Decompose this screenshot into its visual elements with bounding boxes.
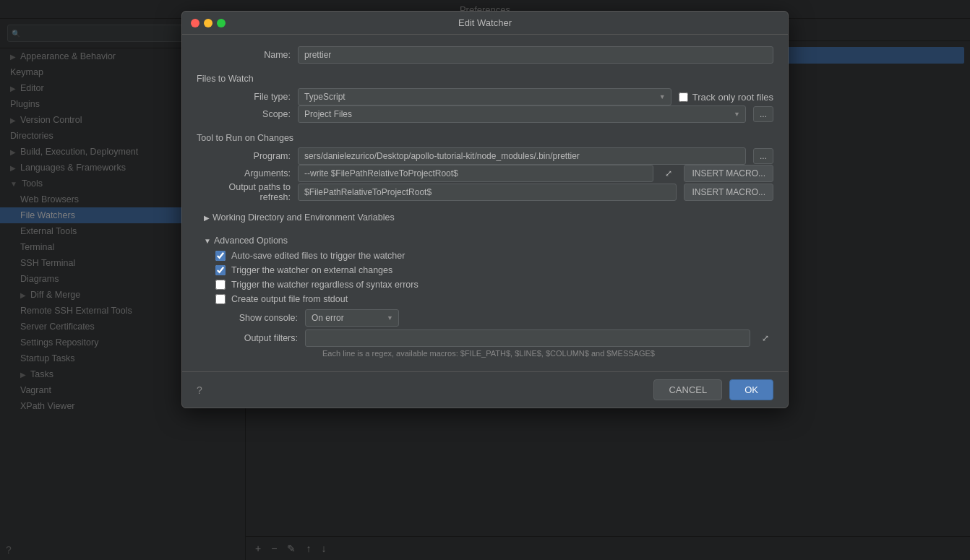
trigger-syntax-checkbox[interactable] bbox=[215, 280, 226, 290]
footer-buttons: CANCEL OK bbox=[653, 379, 773, 400]
program-row: Program: ... bbox=[197, 147, 773, 165]
output-paths-input[interactable] bbox=[298, 184, 677, 201]
output-filters-expand-button[interactable]: ⤢ bbox=[757, 331, 773, 345]
file-type-label: File type: bbox=[197, 92, 291, 102]
working-dir-label: Working Directory and Environment Variab… bbox=[213, 212, 395, 223]
working-dir-header[interactable]: ▶ Working Directory and Environment Vari… bbox=[204, 210, 773, 225]
show-console-label: Show console: bbox=[204, 313, 298, 323]
advanced-options-label: Advanced Options bbox=[214, 236, 288, 246]
help-icon[interactable]: ? bbox=[197, 384, 202, 396]
cancel-button[interactable]: CANCEL bbox=[653, 379, 722, 400]
ok-button[interactable]: OK bbox=[729, 379, 773, 400]
output-paths-row: Output paths to refresh: INSERT MACRO... bbox=[197, 182, 773, 202]
tool-to-run-section: Tool to Run on Changes Program: ... Argu… bbox=[197, 130, 773, 202]
files-to-watch-section: Files to Watch File type: TypeScript Jav… bbox=[197, 71, 773, 123]
scope-row: Scope: Project Files Module Current File… bbox=[197, 105, 773, 123]
program-ellipsis-button[interactable]: ... bbox=[753, 148, 773, 164]
track-only-root: Track only root files bbox=[679, 92, 773, 103]
track-only-root-label: Track only root files bbox=[692, 92, 773, 103]
create-output-label: Create output file from stdout bbox=[231, 294, 348, 304]
insert-macro-output-button[interactable]: INSERT MACRO... bbox=[684, 184, 773, 201]
output-filters-input[interactable] bbox=[305, 329, 750, 347]
scope-select-wrapper: Project Files Module Current File bbox=[298, 105, 746, 123]
arguments-row: Arguments: ⤢ INSERT MACRO... bbox=[197, 165, 773, 182]
advanced-options-header[interactable]: ▼ Advanced Options bbox=[204, 233, 773, 249]
show-console-row: Show console: On error Always Never bbox=[204, 306, 773, 329]
create-output-row: Create output file from stdout bbox=[204, 292, 773, 306]
output-filters-row: Output filters: ⤢ bbox=[204, 329, 773, 347]
output-paths-label: Output paths to refresh: bbox=[197, 182, 291, 202]
working-dir-arrow: ▶ bbox=[204, 214, 210, 222]
create-output-checkbox[interactable] bbox=[215, 294, 226, 304]
program-label: Program: bbox=[197, 151, 291, 161]
name-row: Name: bbox=[197, 46, 773, 64]
tool-to-run-header: Tool to Run on Changes bbox=[197, 133, 773, 143]
advanced-options-section: ▼ Advanced Options Auto-save edited file… bbox=[197, 233, 773, 360]
modal-body: Name: Files to Watch File type: TypeScri… bbox=[182, 35, 788, 371]
auto-save-checkbox[interactable] bbox=[215, 251, 226, 261]
file-type-row: File type: TypeScript JavaScript CSS Tra… bbox=[197, 88, 773, 105]
name-input[interactable] bbox=[298, 46, 773, 64]
edit-watcher-modal: Edit Watcher Name: Files to Watch File t… bbox=[181, 11, 789, 408]
regex-hint: Each line is a regex, available macros: … bbox=[204, 347, 773, 360]
console-select[interactable]: On error Always Never bbox=[305, 309, 399, 327]
trigger-external-checkbox[interactable] bbox=[215, 265, 226, 275]
scope-ellipsis-button[interactable]: ... bbox=[753, 106, 773, 122]
modal-footer: ? CANCEL OK bbox=[182, 371, 788, 408]
modal-controls bbox=[191, 19, 226, 27]
scope-label: Scope: bbox=[197, 109, 291, 119]
trigger-syntax-row: Trigger the watcher regardless of syntax… bbox=[204, 277, 773, 292]
arguments-expand-button[interactable]: ⤢ bbox=[661, 166, 677, 181]
console-select-wrapper: On error Always Never bbox=[305, 309, 399, 327]
arguments-label: Arguments: bbox=[197, 168, 291, 178]
file-type-select[interactable]: TypeScript JavaScript CSS bbox=[298, 88, 671, 105]
file-type-select-wrapper: TypeScript JavaScript CSS bbox=[298, 88, 671, 105]
minimize-button[interactable] bbox=[204, 19, 213, 27]
modal-overlay: Edit Watcher Name: Files to Watch File t… bbox=[0, 0, 970, 560]
program-input[interactable] bbox=[298, 147, 746, 165]
maximize-button[interactable] bbox=[217, 19, 226, 27]
advanced-options-arrow: ▼ bbox=[204, 237, 211, 245]
trigger-syntax-label: Trigger the watcher regardless of syntax… bbox=[231, 280, 419, 290]
arguments-input[interactable] bbox=[298, 165, 653, 182]
track-only-root-checkbox[interactable] bbox=[679, 92, 688, 102]
auto-save-label: Auto-save edited files to trigger the wa… bbox=[231, 251, 405, 261]
modal-title: Edit Watcher bbox=[458, 17, 512, 28]
auto-save-row: Auto-save edited files to trigger the wa… bbox=[204, 249, 773, 263]
files-to-watch-header: Files to Watch bbox=[197, 74, 773, 84]
name-label: Name: bbox=[197, 50, 291, 60]
output-filters-label: Output filters: bbox=[204, 333, 298, 343]
modal-titlebar: Edit Watcher bbox=[182, 12, 788, 35]
trigger-external-label: Trigger the watcher on external changes bbox=[231, 265, 392, 275]
insert-macro-arguments-button[interactable]: INSERT MACRO... bbox=[684, 165, 773, 182]
scope-select[interactable]: Project Files Module Current File bbox=[298, 105, 746, 123]
working-dir-section: ▶ Working Directory and Environment Vari… bbox=[197, 210, 773, 225]
close-button[interactable] bbox=[191, 19, 199, 27]
trigger-external-row: Trigger the watcher on external changes bbox=[204, 263, 773, 277]
